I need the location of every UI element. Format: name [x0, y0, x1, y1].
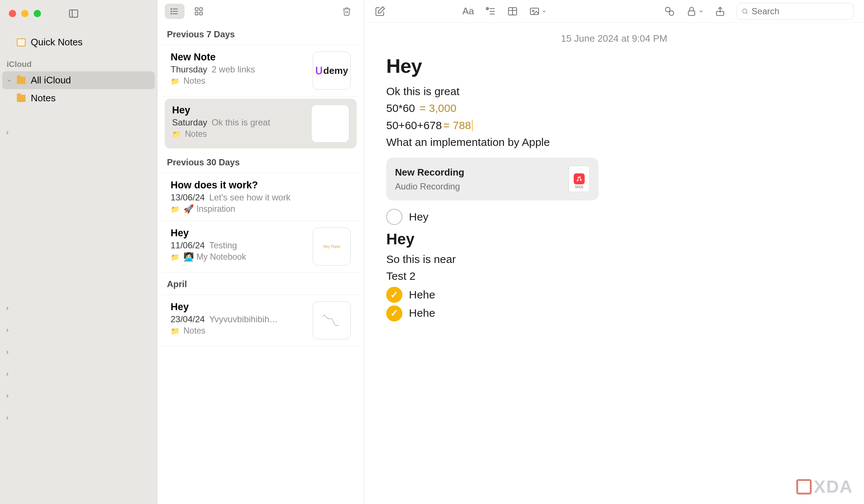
quick-notes-folder[interactable]: Quick Notes: [2, 33, 155, 52]
note-thumbnail: [311, 105, 349, 143]
folder-icon: 📁: [171, 253, 180, 262]
svg-rect-10: [195, 12, 198, 15]
note-body[interactable]: Hey Ok this is great 50*60 = 3,000 50+60…: [364, 48, 864, 338]
note-modified-date: 15 June 2024 at 9:04 PM: [364, 23, 864, 48]
search-icon: [741, 7, 749, 15]
audio-attachment[interactable]: New Recording Audio Recording M4A: [386, 158, 599, 200]
sidebar: Quick Notes iCloud All iCloud Notes: [0, 0, 157, 504]
list-section-header: April: [157, 272, 364, 294]
note-list-item[interactable]: Hey 11/06/24Testing 📁👩🏻‍💻 My Notebook He…: [161, 221, 360, 272]
format-text-button[interactable]: Aa: [462, 5, 474, 17]
svg-point-5: [171, 8, 172, 9]
note-item-folder: 👩🏻‍💻 My Notebook: [183, 252, 246, 262]
checklist-text: Hey: [409, 208, 428, 226]
note-item-preview: 2 web links: [212, 64, 255, 75]
checklist-item[interactable]: Hey: [386, 208, 842, 226]
note-item-title: New Note: [171, 52, 306, 63]
window-controls: [0, 5, 157, 29]
folder-icon: 📁: [171, 327, 180, 335]
note-item-date: Saturday: [172, 117, 207, 128]
list-section-header: Previous 7 Days: [157, 23, 364, 45]
note-thumbnail: Hey There: [313, 227, 351, 266]
text-cursor: [472, 120, 473, 131]
sidebar-item-all-icloud[interactable]: All iCloud: [2, 71, 155, 89]
new-note-button[interactable]: [375, 6, 386, 17]
note-editor-pane: Aa: [364, 0, 864, 504]
checklist-button[interactable]: [485, 5, 496, 17]
collapsed-folder[interactable]: [0, 122, 157, 144]
svg-line-26: [746, 12, 748, 14]
zoom-window[interactable]: [34, 10, 41, 17]
svg-rect-0: [70, 10, 78, 17]
note-list-item[interactable]: New Note Thursday2 web links 📁Notes ᑌdem…: [161, 45, 360, 97]
svg-point-7: [171, 13, 172, 14]
toggle-sidebar-button[interactable]: [68, 8, 79, 19]
table-button[interactable]: [507, 5, 518, 17]
editor-toolbar: Aa: [364, 0, 864, 23]
note-item-preview: Ok this is great: [212, 117, 270, 128]
check-circle-checked[interactable]: [386, 305, 402, 321]
collapsed-folder[interactable]: [0, 407, 157, 429]
note-item-title: How does it work?: [171, 180, 351, 191]
checklist-item[interactable]: Hehe: [386, 305, 842, 322]
svg-point-25: [742, 9, 747, 13]
collapsed-folder[interactable]: [0, 319, 157, 341]
sidebar-item-notes[interactable]: Notes: [2, 89, 155, 107]
note-line: Test 2: [386, 268, 842, 285]
note-item-folder: 🚀 Inspiration: [183, 204, 235, 214]
checklist-item[interactable]: Hehe: [386, 286, 842, 304]
collapsed-folder[interactable]: [0, 385, 157, 407]
note-item-date: 11/06/24: [171, 240, 205, 251]
minimize-window[interactable]: [21, 10, 29, 17]
search-field[interactable]: [737, 3, 854, 20]
note-list-item[interactable]: How does it work? 13/06/24Let's see how …: [161, 173, 360, 221]
note-subheading: Hey: [386, 227, 842, 251]
svg-point-20: [532, 10, 534, 11]
xda-logo-icon: [796, 479, 812, 494]
checklist-text: Hehe: [409, 305, 435, 322]
attachment-subtitle: Audio Recording: [395, 180, 561, 193]
gallery-view-button[interactable]: [189, 4, 209, 19]
link-note-button[interactable]: [664, 6, 675, 17]
check-circle-unchecked[interactable]: [386, 209, 402, 225]
quick-notes-icon: [17, 38, 26, 46]
note-item-folder: Notes: [185, 129, 207, 139]
note-item-title: Hey: [171, 227, 306, 239]
chevron-down-icon: [7, 78, 12, 83]
calc-result: = 788: [442, 119, 471, 131]
search-input[interactable]: [752, 6, 849, 16]
note-item-title: Hey: [171, 301, 306, 313]
folder-icon: 📁: [171, 77, 180, 86]
note-line: So this is near: [386, 251, 842, 268]
note-line: Ok this is great: [386, 83, 842, 100]
delete-note-button[interactable]: [337, 4, 357, 19]
quick-notes-label: Quick Notes: [31, 37, 83, 48]
folder-icon: 📁: [172, 130, 181, 139]
sidebar-section-icloud[interactable]: iCloud: [0, 53, 157, 71]
svg-rect-8: [195, 8, 198, 11]
check-circle-checked[interactable]: [386, 287, 402, 303]
note-item-folder: Notes: [183, 326, 205, 336]
note-list-item[interactable]: Hey 23/04/24Yvyvuvbibihibih… 📁Notes: [161, 294, 360, 346]
share-button[interactable]: [715, 6, 726, 17]
list-view-button[interactable]: [165, 4, 185, 19]
collapsed-folder[interactable]: [0, 341, 157, 363]
media-button[interactable]: [529, 5, 547, 17]
collapsed-folder[interactable]: [0, 297, 157, 319]
note-line: What an implementation by Apple: [386, 134, 842, 151]
checklist-text: Hehe: [409, 286, 435, 304]
svg-rect-9: [200, 8, 202, 11]
note-item-title: Hey: [172, 105, 305, 116]
note-thumbnail: ᑌdemy: [313, 52, 351, 90]
svg-rect-23: [688, 11, 695, 15]
svg-point-21: [666, 7, 670, 12]
close-window[interactable]: [9, 10, 16, 17]
note-title-heading: Hey: [386, 51, 842, 82]
lock-note-button[interactable]: [686, 6, 704, 17]
svg-point-6: [171, 11, 172, 12]
collapsed-folder[interactable]: [0, 363, 157, 385]
attachment-title: New Recording: [395, 165, 561, 180]
note-calc-line: 50*60 = 3,000: [386, 100, 842, 117]
note-list-item[interactable]: Hey SaturdayOk this is great 📁Notes: [165, 99, 357, 148]
chevron-down-icon: [541, 9, 547, 14]
